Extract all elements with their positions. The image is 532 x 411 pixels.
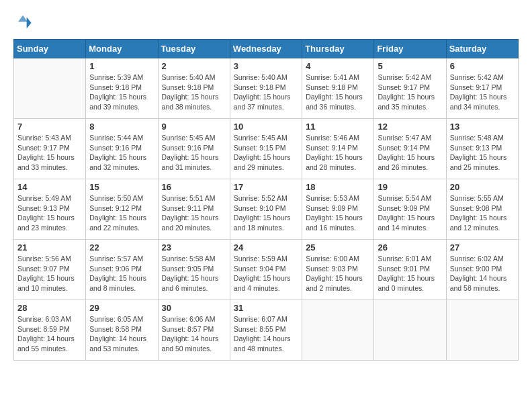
day-number: 6 <box>450 61 515 71</box>
day-info: Sunrise: 5:42 AM Sunset: 9:17 PM Dayligh… <box>450 73 515 112</box>
day-number: 20 <box>450 182 515 192</box>
day-cell: 18Sunrise: 5:53 AM Sunset: 9:09 PM Dayli… <box>302 179 374 240</box>
day-number: 16 <box>162 182 226 192</box>
day-number: 1 <box>89 61 154 71</box>
day-info: Sunrise: 5:58 AM Sunset: 9:05 PM Dayligh… <box>162 254 226 293</box>
day-cell: 13Sunrise: 5:48 AM Sunset: 9:13 PM Dayli… <box>446 119 518 179</box>
day-info: Sunrise: 6:05 AM Sunset: 8:58 PM Dayligh… <box>89 314 154 354</box>
col-header-sunday: Sunday <box>14 40 86 58</box>
day-number: 31 <box>234 303 298 313</box>
day-number: 4 <box>306 61 370 71</box>
day-cell: 9Sunrise: 5:45 AM Sunset: 9:16 PM Daylig… <box>158 119 230 179</box>
logo-icon <box>13 13 32 32</box>
day-cell: 31Sunrise: 6:07 AM Sunset: 8:55 PM Dayli… <box>230 300 302 361</box>
day-info: Sunrise: 5:50 AM Sunset: 9:12 PM Dayligh… <box>89 193 154 233</box>
day-info: Sunrise: 5:51 AM Sunset: 9:11 PM Dayligh… <box>162 193 226 233</box>
day-info: Sunrise: 6:02 AM Sunset: 9:00 PM Dayligh… <box>450 254 515 293</box>
day-cell: 17Sunrise: 5:52 AM Sunset: 9:10 PM Dayli… <box>230 179 302 240</box>
day-number: 14 <box>17 182 82 192</box>
day-number: 22 <box>89 242 154 253</box>
day-info: Sunrise: 6:01 AM Sunset: 9:01 PM Dayligh… <box>378 254 442 293</box>
day-info: Sunrise: 5:40 AM Sunset: 9:18 PM Dayligh… <box>234 73 298 112</box>
day-cell <box>374 300 446 361</box>
day-number: 3 <box>234 61 298 71</box>
day-info: Sunrise: 5:45 AM Sunset: 9:15 PM Dayligh… <box>234 133 298 173</box>
day-info: Sunrise: 5:53 AM Sunset: 9:09 PM Dayligh… <box>306 193 370 233</box>
day-cell: 30Sunrise: 6:06 AM Sunset: 8:57 PM Dayli… <box>158 300 230 361</box>
day-cell: 4Sunrise: 5:41 AM Sunset: 9:18 PM Daylig… <box>302 58 374 119</box>
day-info: Sunrise: 5:54 AM Sunset: 9:09 PM Dayligh… <box>378 193 442 233</box>
week-row-2: 7Sunrise: 5:43 AM Sunset: 9:17 PM Daylig… <box>14 119 519 179</box>
day-number: 29 <box>89 303 154 313</box>
day-number: 5 <box>378 61 442 71</box>
day-number: 19 <box>378 182 442 192</box>
day-cell: 22Sunrise: 5:57 AM Sunset: 9:06 PM Dayli… <box>86 240 158 300</box>
day-number: 2 <box>162 61 226 71</box>
day-info: Sunrise: 6:06 AM Sunset: 8:57 PM Dayligh… <box>162 314 226 354</box>
day-number: 10 <box>234 122 298 132</box>
day-info: Sunrise: 5:48 AM Sunset: 9:13 PM Dayligh… <box>450 133 515 173</box>
day-number: 12 <box>378 122 442 132</box>
day-info: Sunrise: 5:43 AM Sunset: 9:17 PM Dayligh… <box>17 133 82 173</box>
day-number: 26 <box>378 242 442 253</box>
day-cell: 6Sunrise: 5:42 AM Sunset: 9:17 PM Daylig… <box>446 58 518 119</box>
day-cell: 24Sunrise: 5:59 AM Sunset: 9:04 PM Dayli… <box>230 240 302 300</box>
day-number: 8 <box>89 122 154 132</box>
day-number: 7 <box>17 122 82 132</box>
day-cell: 26Sunrise: 6:01 AM Sunset: 9:01 PM Dayli… <box>374 240 446 300</box>
day-cell: 5Sunrise: 5:42 AM Sunset: 9:17 PM Daylig… <box>374 58 446 119</box>
day-info: Sunrise: 5:55 AM Sunset: 9:08 PM Dayligh… <box>450 193 515 233</box>
day-number: 13 <box>450 122 515 132</box>
day-cell: 3Sunrise: 5:40 AM Sunset: 9:18 PM Daylig… <box>230 58 302 119</box>
day-number: 9 <box>162 122 226 132</box>
day-cell: 8Sunrise: 5:44 AM Sunset: 9:16 PM Daylig… <box>86 119 158 179</box>
day-cell: 27Sunrise: 6:02 AM Sunset: 9:00 PM Dayli… <box>446 240 518 300</box>
day-cell: 28Sunrise: 6:03 AM Sunset: 8:59 PM Dayli… <box>14 300 86 361</box>
day-number: 21 <box>17 242 82 253</box>
day-number: 11 <box>306 122 370 132</box>
day-number: 28 <box>17 303 82 313</box>
day-cell: 21Sunrise: 5:56 AM Sunset: 9:07 PM Dayli… <box>14 240 86 300</box>
day-cell: 19Sunrise: 5:54 AM Sunset: 9:09 PM Dayli… <box>374 179 446 240</box>
day-cell: 12Sunrise: 5:47 AM Sunset: 9:14 PM Dayli… <box>374 119 446 179</box>
col-header-thursday: Thursday <box>302 40 374 58</box>
day-number: 23 <box>162 242 226 253</box>
day-number: 18 <box>306 182 370 192</box>
day-info: Sunrise: 6:07 AM Sunset: 8:55 PM Dayligh… <box>234 314 298 354</box>
day-info: Sunrise: 5:42 AM Sunset: 9:17 PM Dayligh… <box>378 73 442 112</box>
day-info: Sunrise: 5:52 AM Sunset: 9:10 PM Dayligh… <box>234 193 298 233</box>
calendar-table: SundayMondayTuesdayWednesdayThursdayFrid… <box>13 39 519 361</box>
day-info: Sunrise: 5:40 AM Sunset: 9:18 PM Dayligh… <box>162 73 226 112</box>
week-row-5: 28Sunrise: 6:03 AM Sunset: 8:59 PM Dayli… <box>14 300 519 361</box>
col-header-friday: Friday <box>374 40 446 58</box>
day-cell: 25Sunrise: 6:00 AM Sunset: 9:03 PM Dayli… <box>302 240 374 300</box>
day-cell: 14Sunrise: 5:49 AM Sunset: 9:13 PM Dayli… <box>14 179 86 240</box>
day-info: Sunrise: 5:57 AM Sunset: 9:06 PM Dayligh… <box>89 254 154 293</box>
col-header-tuesday: Tuesday <box>158 40 230 58</box>
day-info: Sunrise: 5:44 AM Sunset: 9:16 PM Dayligh… <box>89 133 154 173</box>
week-row-1: 1Sunrise: 5:39 AM Sunset: 9:18 PM Daylig… <box>14 58 519 119</box>
week-row-3: 14Sunrise: 5:49 AM Sunset: 9:13 PM Dayli… <box>14 179 519 240</box>
col-header-monday: Monday <box>86 40 158 58</box>
day-cell: 2Sunrise: 5:40 AM Sunset: 9:18 PM Daylig… <box>158 58 230 119</box>
day-cell: 20Sunrise: 5:55 AM Sunset: 9:08 PM Dayli… <box>446 179 518 240</box>
day-cell: 7Sunrise: 5:43 AM Sunset: 9:17 PM Daylig… <box>14 119 86 179</box>
svg-marker-1 <box>18 15 28 22</box>
day-info: Sunrise: 5:45 AM Sunset: 9:16 PM Dayligh… <box>162 133 226 173</box>
day-number: 15 <box>89 182 154 192</box>
day-cell: 1Sunrise: 5:39 AM Sunset: 9:18 PM Daylig… <box>86 58 158 119</box>
day-info: Sunrise: 5:41 AM Sunset: 9:18 PM Dayligh… <box>306 73 370 112</box>
day-number: 30 <box>162 303 226 313</box>
day-info: Sunrise: 5:46 AM Sunset: 9:14 PM Dayligh… <box>306 133 370 173</box>
day-cell: 29Sunrise: 6:05 AM Sunset: 8:58 PM Dayli… <box>86 300 158 361</box>
day-cell <box>446 300 518 361</box>
day-cell: 23Sunrise: 5:58 AM Sunset: 9:05 PM Dayli… <box>158 240 230 300</box>
day-cell: 11Sunrise: 5:46 AM Sunset: 9:14 PM Dayli… <box>302 119 374 179</box>
day-info: Sunrise: 6:03 AM Sunset: 8:59 PM Dayligh… <box>17 314 82 354</box>
day-cell <box>302 300 374 361</box>
page-header <box>13 13 519 32</box>
day-info: Sunrise: 5:49 AM Sunset: 9:13 PM Dayligh… <box>17 193 82 233</box>
logo <box>13 13 35 32</box>
day-info: Sunrise: 5:56 AM Sunset: 9:07 PM Dayligh… <box>17 254 82 293</box>
svg-marker-0 <box>27 17 32 29</box>
